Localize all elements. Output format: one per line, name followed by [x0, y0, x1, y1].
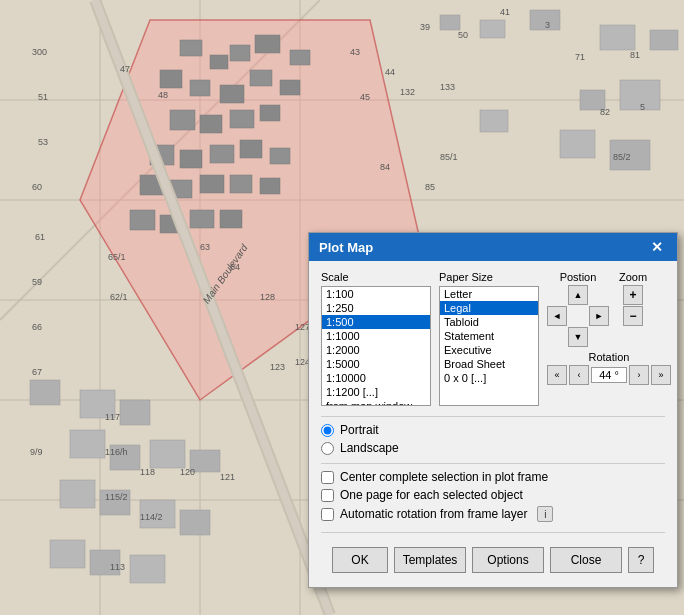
scale-item[interactable]: 1:1000	[322, 329, 430, 343]
position-left-button[interactable]: ◄	[547, 306, 567, 326]
svg-text:85/2: 85/2	[613, 152, 631, 162]
paper-size-item[interactable]: Tabloid	[440, 315, 538, 329]
landscape-radio[interactable]	[321, 442, 334, 455]
svg-rect-11	[440, 15, 460, 30]
portrait-label: Portrait	[340, 423, 379, 437]
paper-size-listbox[interactable]: LetterLegalTabloidStatementExecutiveBroa…	[439, 286, 539, 406]
pos-zoom-row: Postion ▲ ◄ ► ▼	[547, 271, 671, 347]
position-up-button[interactable]: ▲	[568, 285, 588, 305]
auto-rotation-checkbox[interactable]	[321, 508, 334, 521]
dialog-close-button[interactable]: ✕	[647, 239, 667, 255]
rotation-double-right-button[interactable]: »	[651, 365, 671, 385]
dialog-title-bar: Plot Map ✕	[309, 233, 677, 261]
scale-item[interactable]: 1:5000	[322, 357, 430, 371]
svg-text:5: 5	[640, 102, 645, 112]
svg-rect-29	[250, 70, 272, 86]
scale-item[interactable]: 1:1200 [...]	[322, 385, 430, 399]
position-label: Postion	[560, 271, 597, 283]
zoom-label: Zoom	[619, 271, 647, 283]
options-button[interactable]: Options	[472, 547, 544, 573]
zoom-buttons: + −	[623, 285, 643, 326]
svg-text:118: 118	[140, 467, 155, 477]
svg-rect-37	[210, 145, 234, 163]
scale-item[interactable]: 1:10000	[322, 371, 430, 385]
rotation-left-button[interactable]: ‹	[569, 365, 589, 385]
rotation-right-button[interactable]: ›	[629, 365, 649, 385]
svg-text:65/1: 65/1	[108, 252, 126, 262]
svg-rect-48	[220, 210, 242, 228]
one-page-label: One page for each selected object	[340, 488, 523, 502]
scale-label: Scale	[321, 271, 431, 283]
svg-rect-30	[280, 80, 300, 95]
position-down-button[interactable]: ▼	[568, 327, 588, 347]
portrait-radio[interactable]	[321, 424, 334, 437]
landscape-row: Landscape	[321, 441, 665, 455]
svg-text:117: 117	[105, 412, 120, 422]
position-section: Postion ▲ ◄ ► ▼	[547, 271, 609, 347]
close-dialog-button[interactable]: Close	[550, 547, 622, 573]
svg-text:84: 84	[380, 162, 390, 172]
paper-size-item[interactable]: Broad Sheet	[440, 357, 538, 371]
svg-text:45: 45	[360, 92, 370, 102]
zoom-section: Zoom + −	[619, 271, 647, 347]
svg-text:128: 128	[260, 292, 275, 302]
scale-item[interactable]: 1:100	[322, 287, 430, 301]
svg-text:85: 85	[425, 182, 435, 192]
paper-size-item[interactable]: Executive	[440, 343, 538, 357]
svg-rect-15	[650, 30, 678, 50]
svg-text:71: 71	[575, 52, 585, 62]
help-button[interactable]: ?	[628, 547, 654, 573]
paper-size-item[interactable]: Legal	[440, 301, 538, 315]
svg-rect-43	[230, 175, 252, 193]
plot-map-dialog: Plot Map ✕ Scale 1:1001:2501:5001:10001:…	[308, 232, 678, 588]
svg-text:3: 3	[545, 20, 550, 30]
svg-rect-12	[480, 20, 505, 38]
scale-item[interactable]: from map window	[322, 399, 430, 406]
svg-text:62/1: 62/1	[110, 292, 128, 302]
svg-text:50: 50	[458, 30, 468, 40]
svg-text:113: 113	[110, 562, 125, 572]
position-arrow-grid: ▲ ◄ ► ▼	[547, 285, 609, 347]
rotation-section: Rotation « ‹ 44 ° › »	[547, 351, 671, 385]
svg-text:41: 41	[500, 7, 510, 17]
auto-rotation-label: Automatic rotation from frame layer	[340, 507, 527, 521]
scale-item[interactable]: 1:2000	[322, 343, 430, 357]
center-complete-checkbox[interactable]	[321, 471, 334, 484]
paper-size-item[interactable]: Statement	[440, 329, 538, 343]
svg-rect-33	[230, 110, 254, 128]
svg-rect-38	[240, 140, 262, 158]
svg-text:44: 44	[385, 67, 395, 77]
info-badge[interactable]: i	[537, 506, 553, 522]
scale-item[interactable]: 1:500	[322, 315, 430, 329]
scale-item[interactable]: 1:250	[322, 301, 430, 315]
svg-rect-36	[180, 150, 202, 168]
zoom-in-button[interactable]: +	[623, 285, 643, 305]
svg-text:48: 48	[158, 90, 168, 100]
ok-button[interactable]: OK	[332, 547, 388, 573]
scale-listbox[interactable]: 1:1001:2501:5001:10001:20001:50001:10000…	[321, 286, 431, 406]
svg-rect-26	[160, 70, 182, 88]
paper-size-item[interactable]: Letter	[440, 287, 538, 301]
center-complete-label: Center complete selection in plot frame	[340, 470, 548, 484]
paper-size-item[interactable]: 0 x 0 [...]	[440, 371, 538, 385]
one-page-checkbox[interactable]	[321, 489, 334, 502]
zoom-out-button[interactable]: −	[623, 306, 643, 326]
svg-text:85/1: 85/1	[440, 152, 458, 162]
templates-button[interactable]: Templates	[394, 547, 466, 573]
svg-rect-22	[210, 55, 228, 69]
svg-text:67: 67	[32, 367, 42, 377]
dialog-body: Scale 1:1001:2501:5001:10001:20001:50001…	[309, 261, 677, 587]
svg-text:61: 61	[35, 232, 45, 242]
svg-rect-49	[30, 380, 60, 405]
svg-text:300: 300	[32, 47, 47, 57]
rotation-double-left-button[interactable]: «	[547, 365, 567, 385]
svg-rect-47	[190, 210, 214, 228]
svg-rect-23	[230, 45, 250, 61]
top-section: Scale 1:1001:2501:5001:10001:20001:50001…	[321, 271, 665, 406]
svg-text:9/9: 9/9	[30, 447, 43, 457]
svg-text:133: 133	[440, 82, 455, 92]
separator-3	[321, 532, 665, 533]
center-complete-row: Center complete selection in plot frame	[321, 470, 665, 484]
svg-rect-51	[120, 400, 150, 425]
position-right-button[interactable]: ►	[589, 306, 609, 326]
